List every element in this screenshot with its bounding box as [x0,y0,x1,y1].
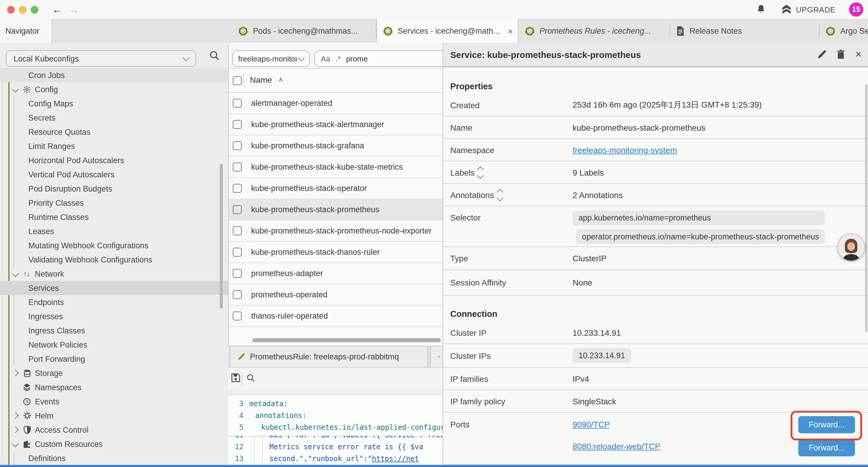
namespace-selector[interactable]: freeleaps-monitoring-system [232,50,310,67]
sidebar-item-resource-quotas[interactable]: Resource Quotas [0,125,228,139]
list-search-input[interactable]: Aa .* prome [314,50,443,67]
table-row[interactable]: prometheus-adapter [229,262,443,284]
row-checkbox[interactable] [233,141,242,150]
annotations-count[interactable]: 2 Annotations [572,190,623,200]
tab-prometheus-rules[interactable]: Prometheus Rules - icecheng... [519,19,670,42]
sidebar-item-services[interactable]: Services [0,281,228,295]
sort-ascending-icon[interactable]: ∧ [278,76,283,83]
back-button[interactable]: ← [52,2,63,17]
tab-label: Argo Se [840,26,868,35]
table-row[interactable]: prometheus-operated [229,284,443,305]
window-minimize-button[interactable] [19,6,27,13]
sidebar-item-namespaces[interactable]: Namespaces [0,380,228,394]
sidebar-item-mutating-webhook-configurations[interactable]: Mutating Webhook Configurations [0,238,228,253]
table-row[interactable]: kube-prometheus-stack-operator [229,177,443,199]
match-case-toggle[interactable]: Aa [321,54,330,63]
row-checkbox[interactable] [233,120,242,128]
window-close-button[interactable] [7,6,15,13]
sidebar-item-config-maps[interactable]: Config Maps [0,96,228,111]
sidebar-scrollbar[interactable] [220,164,223,309]
detail-header: Service: kube-prometheus-stack-prometheu… [443,42,868,67]
row-checkbox[interactable] [233,311,242,320]
row-checkbox[interactable] [233,162,242,171]
tab-services[interactable]: Services - icecheng@math... × [376,19,518,43]
sidebar-item-storage[interactable]: Storage [0,366,228,380]
editor-search-icon[interactable] [246,374,255,382]
notifications-bell-icon[interactable] [756,4,766,14]
row-checkbox[interactable] [233,226,242,235]
table-row[interactable]: kube-prometheus-stack-grafana [229,135,443,157]
sidebar-item-runtime-classes[interactable]: Runtime Classes [0,210,228,224]
sidebar-item-definitions[interactable]: Definitions [0,451,228,465]
sidebar-item-custom-resources[interactable]: Custom Resources [0,437,228,451]
forward-button[interactable]: → [68,2,79,17]
edit-pencil-icon[interactable] [817,50,827,59]
close-icon[interactable]: × [855,49,862,60]
row-checkbox[interactable] [233,205,242,214]
navigator-panel-tab[interactable]: Navigator [0,19,52,42]
delete-trash-icon[interactable] [837,50,845,59]
column-header-name[interactable]: Name [250,75,272,85]
sidebar-item-pod-disruption-budgets[interactable]: Pod Disruption Budgets [0,181,228,196]
port-link-8080[interactable]: 8080:reloader-web/TCP [572,442,660,451]
sidebar-item-limit-ranges[interactable]: Limit Ranges [0,139,228,153]
tab-argo[interactable]: Argo Se [819,19,868,42]
runbook-url-link[interactable]: https://net [372,455,419,463]
table-row[interactable]: kube-prometheus-stack-kube-state-metrics [229,156,443,178]
sidebar-item-validating-webhook-configurations[interactable]: Validating Webhook Configurations [0,253,228,267]
row-checkbox[interactable] [233,269,242,278]
row-checkbox[interactable] [233,290,242,299]
table-row[interactable]: alertmanager-operated [229,92,443,114]
port-link-9090[interactable]: 9090/TCP [572,420,660,429]
sidebar-item-ingresses[interactable]: Ingresses [0,309,228,323]
sidebar-item-network[interactable]: ↑↓Network [0,267,228,281]
row-checkbox[interactable] [233,247,242,256]
labels-count[interactable]: 9 Labels [572,168,604,177]
sidebar-search-icon[interactable] [209,50,220,61]
kubeconfig-selector[interactable]: Local Kubeconfigs [6,50,196,67]
row-checkbox[interactable] [233,183,242,193]
window-zoom-button[interactable] [31,6,38,13]
tab-pods[interactable]: Pods - icecheng@mathmas... [232,19,376,42]
table-row[interactable]: kube-prometheus-stack-thanos-ruler [229,241,443,263]
notification-count-badge[interactable]: 15 [849,2,863,17]
sidebar-item-port-forwarding[interactable]: Port Forwarding [0,352,228,366]
kubernetes-icon [525,26,535,36]
assistant-avatar[interactable] [837,233,865,261]
sidebar-item-secrets[interactable]: Secrets [0,111,228,125]
yaml-editor[interactable]: 12Metrics service error rate is {{ $va 1… [228,396,442,465]
row-checkbox[interactable] [233,98,242,107]
sidebar-item-leases[interactable]: Leases [0,224,228,238]
sidebar-item-ingress-classes[interactable]: Ingress Classes [0,323,228,338]
sidebar-item-endpoints[interactable]: Endpoints [0,295,228,309]
forward-button-8080[interactable]: Forward... [798,439,855,456]
list-horizontal-scrollbar[interactable] [252,338,441,342]
table-row-selected[interactable]: kube-prometheus-stack-prometheus [229,199,443,221]
titlebar: ← → UPGRADE 15 [0,0,868,20]
cluster-ips-row: Cluster IPs 10.233.14.91 [443,344,868,368]
upgrade-button[interactable]: UPGRADE [781,4,836,15]
tab-release-notes[interactable]: Release Notes [670,19,819,42]
regex-toggle[interactable]: .* [336,54,341,63]
tab-close-icon[interactable]: × [508,26,513,36]
select-all-checkbox[interactable] [233,76,242,85]
detail-scrollbar[interactable] [865,84,867,332]
sidebar-item-horizontal-pod-autoscalers[interactable]: Horizontal Pod Autoscalers [0,153,228,167]
editor-tab-prometheusrule[interactable]: PrometheusRule: freeleaps-prod-rabbitmq [230,346,428,367]
sidebar-item-priority-classes[interactable]: Priority Classes [0,196,228,210]
sidebar-item-events[interactable]: Events [0,394,228,408]
sidebar-item-network-policies[interactable]: Network Policies [0,338,228,352]
tab-strip: Navigator Pods - icecheng@mathmas... Ser… [0,19,868,43]
expand-collapse-icon[interactable] [498,189,502,200]
table-row[interactable]: kube-prometheus-stack-alertmanager [229,114,443,135]
save-icon[interactable] [231,373,241,382]
table-row[interactable]: thanos-ruler-operated [229,305,443,327]
sidebar-item-config[interactable]: Config [0,82,228,96]
sidebar-item-vertical-pod-autoscalers[interactable]: Vertical Pod Autoscalers [0,167,228,181]
sidebar-item-helm[interactable]: Helm [0,408,228,423]
table-row[interactable]: kube-prometheus-stack-prometheus-node-ex… [229,220,443,242]
expand-collapse-icon[interactable] [478,167,483,178]
sidebar-item-cron-jobs[interactable]: Cron Jobs [0,68,228,82]
namespace-link[interactable]: freeleaps-monitoring-system [572,145,677,154]
sidebar-item-access-control[interactable]: Access Control [0,423,228,437]
